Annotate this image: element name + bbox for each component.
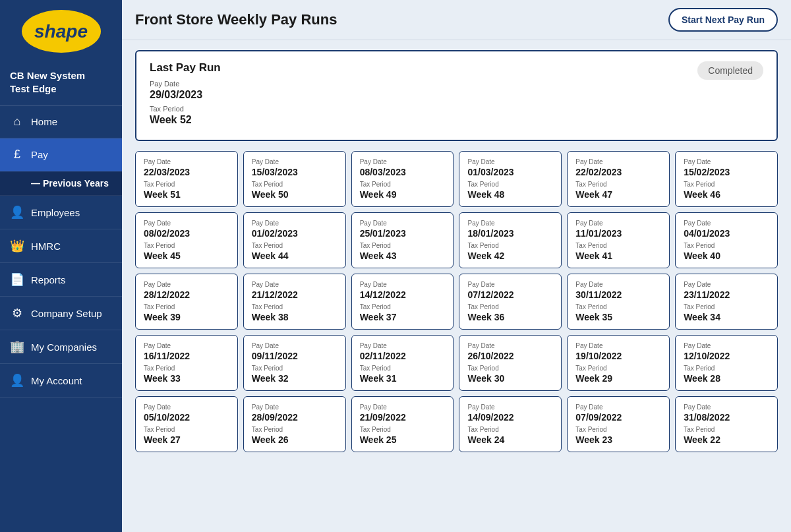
tax-period-label: Tax Period (684, 365, 769, 372)
sidebar-item-reports[interactable]: 📄Reports (0, 263, 122, 297)
pay-date-label: Pay Date (252, 342, 337, 349)
pay-run-card[interactable]: Pay Date 14/09/2022 Tax Period Week 24 (459, 396, 562, 452)
pay-run-card[interactable]: Pay Date 11/01/2023 Tax Period Week 41 (567, 212, 670, 268)
tax-period-value: Week 45 (144, 251, 229, 261)
pay-run-card[interactable]: Pay Date 01/03/2023 Tax Period Week 48 (459, 151, 562, 207)
tax-period-value: Week 32 (252, 373, 337, 384)
pay-date-value: 11/01/2023 (575, 228, 661, 239)
pay-date-value: 30/11/2022 (575, 289, 661, 300)
pay-date-value: 08/03/2023 (360, 167, 446, 177)
tax-period-label: Tax Period (684, 426, 769, 433)
pay-run-card[interactable]: Pay Date 01/02/2023 Tax Period Week 44 (243, 212, 346, 268)
sidebar-label-my-companies: My Companies (31, 341, 97, 353)
tax-period-value: Week 35 (575, 312, 661, 322)
pay-run-card[interactable]: Pay Date 09/11/2022 Tax Period Week 32 (243, 335, 346, 391)
tax-period-label: Tax Period (360, 426, 446, 433)
pay-run-card[interactable]: Pay Date 28/09/2022 Tax Period Week 26 (243, 396, 346, 452)
tax-period-label: Tax Period (575, 242, 661, 249)
pay-date-label: Pay Date (684, 342, 769, 349)
tax-period-label: Tax Period (252, 303, 337, 310)
pay-run-card[interactable]: Pay Date 08/03/2023 Tax Period Week 49 (351, 151, 454, 207)
tax-period-label: Tax Period (575, 365, 661, 372)
sidebar-item-pay-previous-years[interactable]: — Previous Years (0, 171, 122, 196)
tax-period-label: Tax Period (575, 426, 661, 433)
pay-date-label: Pay Date (467, 220, 553, 227)
last-pay-run-info: Last Pay Run Pay Date 29/03/2023 Tax Per… (150, 61, 221, 130)
pay-date-value: 23/11/2022 (684, 289, 769, 300)
pay-run-card[interactable]: Pay Date 16/11/2022 Tax Period Week 33 (135, 335, 238, 391)
start-next-pay-run-button[interactable]: Start Next Pay Run (668, 8, 778, 32)
sidebar: shape ™ CB New System Test Edge ⌂Home£Pa… (0, 0, 122, 532)
pay-date-value: 04/01/2023 (684, 228, 769, 239)
tax-period-value: Week 33 (144, 373, 229, 384)
tax-period-label: Tax Period (360, 242, 446, 249)
pay-run-card[interactable]: Pay Date 15/03/2023 Tax Period Week 50 (243, 151, 346, 207)
sidebar-item-company-setup[interactable]: ⚙Company Setup (0, 297, 122, 330)
tax-period-value: Week 36 (467, 312, 553, 322)
pay-date-value: 14/12/2022 (360, 289, 446, 300)
pay-date-label: Pay Date (252, 403, 337, 411)
tax-period-value: Week 27 (144, 434, 229, 445)
tax-period-label: Tax Period (575, 181, 661, 188)
tax-period-value: Week 51 (144, 189, 229, 200)
pay-date-label: Pay Date (144, 281, 229, 288)
pay-run-card[interactable]: Pay Date 22/03/2023 Tax Period Week 51 (135, 151, 238, 207)
pay-run-card[interactable]: Pay Date 25/01/2023 Tax Period Week 43 (351, 212, 454, 268)
pay-date-value: 07/09/2022 (575, 412, 661, 423)
pay-run-card[interactable]: Pay Date 07/09/2022 Tax Period Week 23 (567, 396, 670, 452)
tax-period-label: Tax Period (144, 303, 229, 310)
pay-run-card[interactable]: Pay Date 12/10/2022 Tax Period Week 28 (675, 335, 778, 391)
pay-date-label: Pay Date (684, 220, 769, 227)
tax-period-value: Week 47 (575, 189, 661, 200)
pay-date-value: 25/01/2023 (360, 228, 446, 239)
pay-date-label: Pay Date (575, 403, 661, 411)
tax-period-label: Tax Period (360, 365, 446, 372)
sidebar-item-my-account[interactable]: 👤My Account (0, 364, 122, 398)
last-pay-run-card[interactable]: Last Pay Run Pay Date 29/03/2023 Tax Per… (135, 50, 778, 141)
sidebar-label-company-setup: Company Setup (31, 308, 102, 319)
employees-icon: 👤 (10, 205, 24, 220)
pay-run-card[interactable]: Pay Date 28/12/2022 Tax Period Week 39 (135, 274, 238, 330)
tax-period-value: Week 22 (684, 434, 769, 445)
pay-run-card[interactable]: Pay Date 26/10/2022 Tax Period Week 30 (459, 335, 562, 391)
pay-run-card[interactable]: Pay Date 21/12/2022 Tax Period Week 38 (243, 274, 346, 330)
tax-period-value: Week 42 (467, 251, 553, 261)
pay-run-card[interactable]: Pay Date 21/09/2022 Tax Period Week 25 (351, 396, 454, 452)
pay-date-value: 02/11/2022 (360, 351, 446, 361)
tax-period-label: Tax Period (144, 181, 229, 188)
home-icon: ⌂ (10, 115, 24, 129)
pay-date-value: 14/09/2022 (467, 412, 553, 423)
pay-run-card[interactable]: Pay Date 07/12/2022 Tax Period Week 36 (459, 274, 562, 330)
tax-period-label: Tax Period (467, 303, 553, 310)
pay-run-card[interactable]: Pay Date 04/01/2023 Tax Period Week 40 (675, 212, 778, 268)
pay-date-label: Pay Date (467, 281, 553, 288)
pay-run-card[interactable]: Pay Date 02/11/2022 Tax Period Week 31 (351, 335, 454, 391)
sidebar-item-home[interactable]: ⌂Home (0, 105, 122, 138)
sidebar-item-pay[interactable]: £Pay (0, 138, 122, 171)
status-badge: Completed (697, 61, 763, 80)
pay-run-card[interactable]: Pay Date 15/02/2023 Tax Period Week 46 (675, 151, 778, 207)
pay-run-card[interactable]: Pay Date 14/12/2022 Tax Period Week 37 (351, 274, 454, 330)
sidebar-item-my-companies[interactable]: 🏢My Companies (0, 330, 122, 364)
pay-date-value: 21/12/2022 (252, 289, 337, 300)
pay-run-grid: Pay Date 22/03/2023 Tax Period Week 51 P… (135, 151, 778, 452)
pay-run-card[interactable]: Pay Date 23/11/2022 Tax Period Week 34 (675, 274, 778, 330)
sidebar-label-hmrc: HMRC (31, 241, 61, 252)
pay-run-card[interactable]: Pay Date 08/02/2023 Tax Period Week 45 (135, 212, 238, 268)
tax-period-value: Week 39 (144, 312, 229, 322)
sidebar-item-hmrc[interactable]: 👑HMRC (0, 229, 122, 263)
pay-run-card[interactable]: Pay Date 31/08/2022 Tax Period Week 22 (675, 396, 778, 452)
pay-run-card[interactable]: Pay Date 30/11/2022 Tax Period Week 35 (567, 274, 670, 330)
pay-run-card[interactable]: Pay Date 05/10/2022 Tax Period Week 27 (135, 396, 238, 452)
pay-date-value: 26/10/2022 (467, 351, 553, 361)
sidebar-item-employees[interactable]: 👤Employees (0, 196, 122, 229)
tax-period-value: Week 44 (252, 251, 337, 261)
pay-run-card[interactable]: Pay Date 18/01/2023 Tax Period Week 42 (459, 212, 562, 268)
tax-period-value: Week 46 (684, 189, 769, 200)
tax-period-value: Week 38 (252, 312, 337, 322)
pay-run-card[interactable]: Pay Date 19/10/2022 Tax Period Week 29 (567, 335, 670, 391)
pay-date-value: 31/08/2022 (684, 412, 769, 423)
pay-icon: £ (10, 148, 24, 162)
pay-run-card[interactable]: Pay Date 22/02/2023 Tax Period Week 47 (567, 151, 670, 207)
pay-date-value: 21/09/2022 (360, 412, 446, 423)
